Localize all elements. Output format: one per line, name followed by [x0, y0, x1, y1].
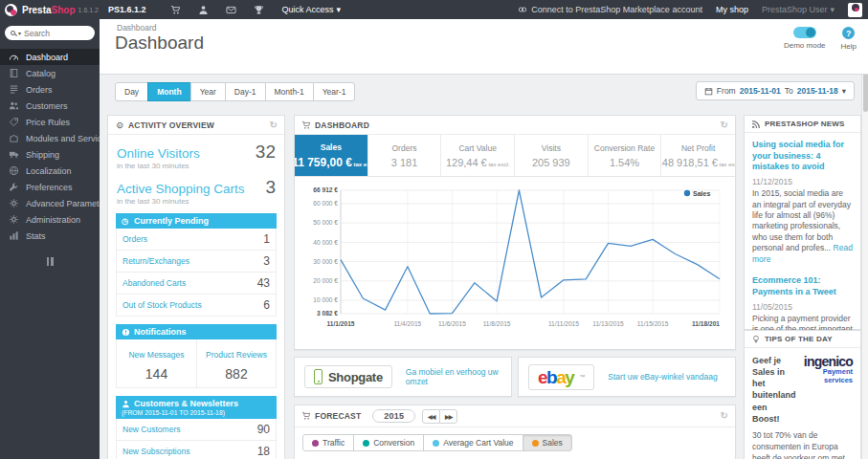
brand-shop: Shop — [52, 5, 76, 15]
range-button-day-1[interactable]: Day-1 — [225, 82, 266, 101]
kpi-value: 148 918,51 € tax excl. — [661, 157, 735, 168]
activity-row-value: 18 — [257, 445, 270, 458]
shopgate-logo[interactable]: Shopgate — [304, 365, 392, 388]
person-icon[interactable] — [198, 5, 209, 15]
activity-row-link[interactable]: Orders — [122, 234, 147, 244]
forecast-toggle-average-cart-value[interactable]: Average Cart Value — [423, 434, 523, 451]
activity-row-link[interactable]: New Subscriptions — [122, 447, 189, 456]
caret-down-icon: ▾ — [842, 86, 846, 96]
avatar[interactable] — [848, 3, 862, 17]
customers-subtitle: (FROM 2015-11-01 TO 2015-11-18) — [122, 409, 271, 416]
orders-icon — [9, 84, 19, 95]
trophy-icon[interactable] — [254, 5, 264, 15]
kpi-sales[interactable]: Sales411 759,00 € tax excl. — [295, 135, 368, 176]
tips-panel-header: TIPS OF THE DAY — [745, 331, 860, 348]
sidebar-item-orders[interactable]: Orders — [0, 81, 100, 98]
kpi-row: Sales411 759,00 € tax excl.Orders3 181Ca… — [295, 135, 735, 177]
kpi-cart-value[interactable]: Cart Value129,44 € tax excl. — [441, 135, 515, 176]
svg-text:11/18/201: 11/18/201 — [692, 320, 720, 327]
forecast-toggle-sales[interactable]: Sales — [523, 434, 572, 451]
shop-name: PS1.6.1.2 — [108, 5, 146, 14]
kpi-net-profit[interactable]: Net Profit148 918,51 € tax excl. — [661, 135, 735, 176]
quick-access-menu[interactable]: Quick Access▾ — [282, 5, 342, 14]
activity-stat-link[interactable]: Active Shopping Carts — [117, 182, 245, 196]
sidebar-item-preferences[interactable]: Preferences — [0, 179, 100, 195]
marketplace-link-label: Connect to PrestaShop Marketplace accoun… — [531, 5, 702, 14]
next-year-button[interactable]: ▶▶ — [439, 409, 457, 424]
range-button-month[interactable]: Month — [147, 82, 191, 101]
notification-cell-value: 882 — [199, 366, 274, 382]
search-box[interactable]: ▾ — [5, 26, 95, 40]
activity-row-link[interactable]: New Customers — [122, 425, 180, 434]
ingenico-logo[interactable]: ingenico Payment services — [799, 355, 853, 425]
user-menu[interactable]: PrestaShop User▾ — [762, 5, 835, 14]
forecast-toggle-conversion[interactable]: Conversion — [353, 434, 424, 451]
page-title: Dashboard — [115, 33, 204, 54]
envelope-icon[interactable] — [226, 5, 236, 15]
my-shop-link[interactable]: My shop — [716, 5, 748, 14]
scrollbar[interactable] — [861, 19, 868, 459]
sidebar-item-stats[interactable]: Stats — [0, 228, 100, 244]
range-button-year-1[interactable]: Year-1 — [313, 82, 356, 101]
demo-mode-control: Demo mode — [784, 27, 826, 51]
sidebar-item-advanced-parameters[interactable]: Advanced Parameters — [0, 195, 100, 211]
sidebar-item-customers[interactable]: Customers — [0, 98, 100, 114]
sidebar-item-localization[interactable]: Localization — [0, 163, 100, 179]
activity-row-link[interactable]: Abandoned Carts — [122, 278, 186, 288]
sidebar-item-administration[interactable]: Administration — [0, 211, 100, 228]
news-article-date: 11/05/2015 — [752, 302, 853, 312]
previous-year-button[interactable]: ◀◀ — [422, 409, 440, 424]
notification-cell-link[interactable]: Product Reviews — [206, 350, 267, 360]
date-from-label: From — [717, 86, 736, 96]
news-article-title[interactable]: Ecommerce 101: Payments in a Tweet — [752, 275, 853, 297]
brand-wordmark: PrestaShop — [22, 5, 76, 15]
shopgate-promo-link[interactable]: Ga mobiel en verhoog uw omzet — [406, 367, 501, 386]
forecast-toggle-traffic[interactable]: Traffic — [302, 434, 354, 451]
kpi-orders[interactable]: Orders3 181 — [368, 135, 442, 176]
range-button-year[interactable]: Year — [190, 82, 226, 101]
sidebar-item-label: Localization — [26, 166, 72, 176]
ebay-logo[interactable]: ebay™ — [528, 364, 594, 390]
ebay-promo-link[interactable]: Start uw eBay-winkel vandaag — [608, 372, 717, 382]
demo-mode-toggle[interactable] — [793, 27, 816, 38]
help-button[interactable]: ? — [842, 27, 855, 39]
sidebar-item-shipping[interactable]: Shipping — [0, 146, 100, 163]
sidebar-item-label: Customers — [26, 101, 68, 111]
activity-stat-value: 3 — [265, 177, 276, 198]
sidebar-item-catalog[interactable]: Catalog — [0, 65, 100, 81]
range-button-month-1[interactable]: Month-1 — [265, 82, 314, 101]
marketplace-link[interactable]: Connect to PrestaShop Marketplace accoun… — [518, 5, 702, 14]
search-icon — [11, 31, 15, 35]
notification-cells: New Messages144Product Reviews882 — [116, 339, 277, 388]
refresh-icon[interactable]: ↻ — [720, 120, 728, 130]
refresh-icon[interactable]: ↻ — [269, 120, 278, 130]
date-range-picker[interactable]: From 2015-11-01 To 2015-11-18 ▾ — [696, 81, 855, 100]
kpi-label: Conversion Rate — [594, 143, 655, 153]
activity-stat-link[interactable]: Online Visitors — [117, 146, 200, 161]
kpi-value: 129,44 € tax excl. — [446, 157, 510, 168]
refresh-icon[interactable]: ↻ — [720, 411, 728, 421]
shipping-icon — [9, 149, 19, 160]
topbar: PrestaShop 1.6.1.2 PS1.6.1.2 Quick Acces… — [0, 0, 868, 19]
sidebar-item-dashboard[interactable]: Dashboard — [0, 49, 100, 65]
sidebar-collapse-button[interactable] — [43, 257, 56, 266]
activity-row-link[interactable]: Return/Exchanges — [122, 256, 189, 266]
kpi-value: 1.54% — [610, 157, 639, 168]
sidebar-item-modules-and-services[interactable]: Modules and Services — [0, 130, 100, 146]
read-more-link[interactable]: Read more — [752, 243, 853, 263]
kpi-visits[interactable]: Visits205 939 — [515, 135, 589, 176]
sidebar-item-label: Orders — [26, 85, 53, 95]
notification-cell-link[interactable]: New Messages — [128, 350, 184, 360]
sidebar-item-label: Dashboard — [26, 53, 68, 62]
cart-icon[interactable] — [170, 5, 181, 15]
search-caret-icon[interactable]: ▾ — [18, 30, 21, 36]
range-button-day[interactable]: Day — [115, 82, 148, 101]
kpi-value: 3 181 — [391, 157, 418, 168]
trademark-symbol: ™ — [579, 374, 585, 380]
activity-row-link[interactable]: Out of Stock Products — [122, 300, 202, 310]
kpi-suffix: tax excl. — [718, 162, 735, 167]
sidebar-item-price-rules[interactable]: Price Rules — [0, 114, 100, 130]
search-input[interactable] — [24, 29, 78, 38]
news-article-title[interactable]: Using social media for your business: 4 … — [752, 140, 853, 173]
kpi-conversion-rate[interactable]: Conversion Rate1.54% — [589, 135, 662, 176]
